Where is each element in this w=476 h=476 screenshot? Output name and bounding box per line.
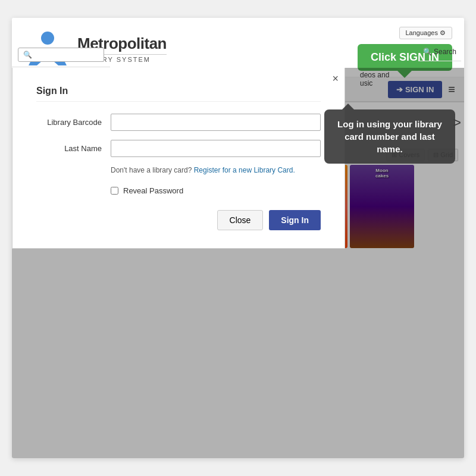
content-area: 🔍 🔍 Search Staff Pick deos andusic < > P… (12, 43, 464, 458)
barcode-form-row: Library Barcode (36, 114, 321, 131)
barcode-input[interactable] (111, 114, 321, 131)
no-card-text: Don't have a library card? (111, 166, 192, 174)
register-link[interactable]: Register for a new Library Card. (194, 166, 295, 174)
modal-close-button[interactable]: × (332, 73, 339, 85)
reveal-row: Reveal Password (111, 186, 321, 195)
right-search-label: 🔍 Search (423, 48, 456, 56)
search-input-container[interactable]: 🔍 (18, 48, 104, 62)
sign-in-submit-button[interactable]: Sign In (269, 210, 321, 230)
modal-overlay: Sign In × Library Barcode Last Name Don'… (12, 68, 464, 458)
search-bar: 🔍 (12, 43, 110, 67)
right-search[interactable]: 🔍 Search (418, 43, 461, 61)
lastname-form-row: Last Name (36, 140, 321, 157)
modal-dialog: Sign In × Library Barcode Last Name Don'… (12, 68, 345, 249)
modal-actions: Close Sign In (36, 210, 321, 230)
reveal-label: Reveal Password (123, 186, 183, 195)
page-container: Metropolitan LIBRARY SYSTEM Languages ⚙ … (12, 18, 464, 458)
languages-button[interactable]: Languages ⚙ (399, 27, 453, 39)
barcode-label: Library Barcode (36, 118, 102, 127)
reveal-password-checkbox[interactable] (111, 187, 118, 195)
search-input[interactable] (35, 51, 99, 59)
modal-title: Sign In (36, 86, 321, 102)
register-link-row: Don't have a library card? Register for … (111, 166, 321, 174)
close-button[interactable]: Close (217, 210, 264, 230)
lastname-label: Last Name (36, 144, 102, 153)
lastname-input[interactable] (111, 140, 321, 157)
tooltip-bubble: Log in using your library card number an… (324, 109, 455, 164)
search-icon: 🔍 (23, 51, 32, 59)
